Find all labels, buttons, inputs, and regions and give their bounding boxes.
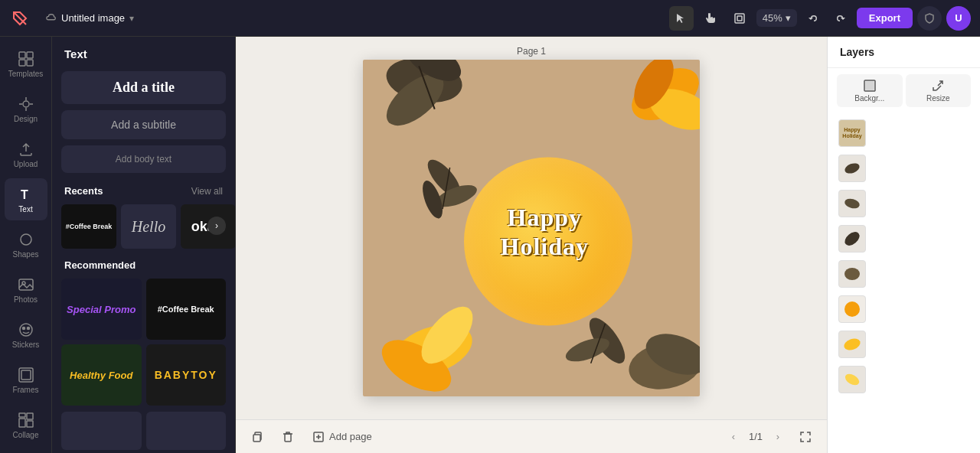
zoom-control[interactable]: 45% ▾	[756, 9, 797, 27]
layer-item-leaf3[interactable]	[834, 222, 974, 256]
text-panel: Text Add a title Add a subtitle Add body…	[52, 37, 236, 453]
user-avatar[interactable]: U	[946, 6, 971, 31]
view-all-link[interactable]: View all	[191, 186, 223, 197]
coffee-break-text: #Coffee Break	[158, 305, 214, 314]
svg-point-17	[22, 328, 24, 330]
svg-rect-5	[19, 60, 25, 66]
canvas-scroll[interactable]: Happy Holiday	[236, 37, 827, 419]
layer-item-leaf2[interactable]	[834, 187, 974, 220]
layer-item-leaf1[interactable]	[834, 152, 974, 185]
svg-rect-45	[285, 434, 291, 442]
page-label: Page 1	[517, 46, 546, 57]
canvas-frame[interactable]: Happy Holiday	[363, 60, 700, 396]
svg-line-28	[419, 66, 435, 109]
svg-point-36	[384, 314, 479, 386]
svg-point-43	[640, 326, 700, 383]
svg-rect-4	[27, 52, 33, 58]
recommended-coffee-break[interactable]: #Coffee Break	[146, 279, 227, 340]
recommended-special-promo[interactable]: Special Promo	[61, 279, 142, 340]
prev-page-btn[interactable]: ‹	[724, 428, 743, 446]
svg-rect-24	[27, 421, 33, 427]
canvas-main-text[interactable]: Happy Holiday	[501, 203, 589, 262]
fullscreen-btn[interactable]	[793, 425, 818, 449]
frame-tool-btn[interactable]	[727, 6, 752, 31]
layers-tools: Backgr... Resize	[828, 68, 980, 113]
sidebar-item-text[interactable]: T Text	[5, 178, 47, 220]
layer-thumb-leaf1	[838, 155, 866, 182]
layer-item-goldleaf2[interactable]	[834, 363, 974, 396]
recent-item-hello[interactable]: Hello	[121, 204, 176, 249]
add-page-label: Add page	[329, 431, 372, 442]
layer-item-leaf4[interactable]	[834, 257, 974, 291]
layer-item-circle[interactable]	[834, 292, 974, 326]
recents-scroll-right[interactable]: ›	[207, 217, 226, 235]
file-info[interactable]: Untitled image ▾	[46, 12, 134, 24]
sidebar-item-collage[interactable]: Collage	[5, 405, 47, 447]
svg-point-40	[563, 334, 612, 367]
svg-point-32	[423, 155, 466, 201]
svg-rect-22	[27, 413, 33, 419]
undo-btn[interactable]	[802, 6, 826, 31]
svg-point-26	[377, 65, 452, 135]
layer-item-text[interactable]: HappyHoliday	[834, 116, 974, 150]
sidebar-label-photos: Photos	[14, 295, 38, 304]
svg-point-52	[844, 197, 861, 210]
layer-item-goldleaf1[interactable]	[834, 328, 974, 361]
background-tool-btn[interactable]: Backgr...	[837, 74, 903, 107]
babytoy-text: BABYTOY	[155, 369, 217, 381]
recommended-babytoy[interactable]: BABYTOY	[146, 344, 227, 406]
add-subtitle-button[interactable]: Add a subtitle	[61, 110, 226, 139]
svg-point-27	[399, 60, 467, 90]
next-page-btn[interactable]: ›	[769, 428, 787, 446]
export-button[interactable]: Export	[857, 8, 913, 28]
zoom-chevron: ▾	[786, 12, 791, 24]
recents-grid: #Coffee Break Hello okay. ›	[52, 201, 235, 250]
shield-icon[interactable]	[917, 6, 942, 31]
bottom-bar: Add page ‹ 1/1 ›	[236, 419, 827, 453]
svg-rect-21	[19, 413, 25, 417]
delete-page-btn[interactable]	[276, 425, 300, 449]
sidebar-item-photos[interactable]: Photos	[5, 269, 47, 311]
svg-rect-1	[735, 14, 744, 23]
sidebar-item-templates[interactable]: Templates	[5, 43, 47, 85]
recents-section-header: Recents View all	[52, 176, 235, 201]
svg-point-51	[844, 161, 861, 175]
hand-tool-btn[interactable]	[698, 6, 723, 31]
duplicate-page-btn[interactable]	[245, 425, 270, 449]
layers-panel: Layers Backgr... Resize HappyHoliday	[827, 37, 980, 453]
add-body-button[interactable]: Add body text	[61, 145, 226, 173]
more-item-2[interactable]	[146, 412, 227, 450]
svg-rect-14	[19, 279, 33, 290]
resize-btn-label: Resize	[926, 94, 950, 103]
zoom-value: 45%	[763, 12, 782, 24]
add-page-button[interactable]: Add page	[306, 428, 378, 446]
svg-point-34	[419, 178, 447, 221]
recent-coffee-text: #Coffee Break	[63, 220, 116, 233]
layer-thumb-circle	[838, 295, 866, 323]
text-panel-header: Text	[52, 37, 235, 68]
page-nav: ‹ 1/1 ›	[724, 428, 787, 446]
sidebar-item-shapes[interactable]: Shapes	[5, 223, 47, 266]
app-logo[interactable]	[9, 8, 31, 29]
sidebar-item-frames[interactable]: Frames	[5, 360, 47, 402]
svg-line-41	[591, 324, 606, 363]
recommended-healthy-food[interactable]: Healthy Food	[61, 344, 142, 406]
svg-point-56	[842, 337, 861, 353]
title-chevron: ▾	[129, 13, 134, 24]
sidebar-label-stickers: Stickers	[12, 341, 40, 349]
select-tool-btn[interactable]	[669, 6, 694, 31]
sidebar-item-upload[interactable]: Upload	[5, 133, 47, 175]
svg-point-37	[374, 329, 460, 396]
svg-point-55	[844, 301, 860, 317]
more-item-1[interactable]	[61, 412, 142, 450]
sidebar-item-design[interactable]: Design	[5, 88, 47, 130]
layer-thumb-text: HappyHoliday	[838, 119, 866, 147]
sidebar-item-stickers[interactable]: Stickers	[5, 314, 47, 357]
redo-btn[interactable]	[828, 6, 852, 31]
add-title-button[interactable]: Add a title	[61, 71, 226, 104]
sidebar-label-shapes: Shapes	[13, 250, 39, 259]
resize-tool-btn[interactable]: Resize	[906, 74, 972, 107]
svg-point-38	[412, 298, 482, 372]
recent-item-coffee[interactable]: #Coffee Break	[61, 204, 116, 249]
svg-rect-20	[21, 370, 31, 380]
